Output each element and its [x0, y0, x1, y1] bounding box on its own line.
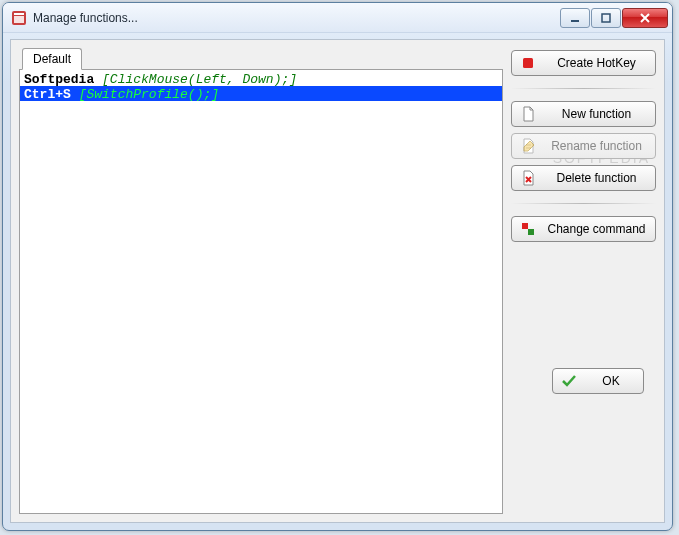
rename-function-button[interactable]: Rename function — [511, 133, 656, 159]
svg-rect-3 — [571, 20, 579, 22]
client-area: SOFTPEDIA Default Softpedia [ClickMouse(… — [10, 39, 665, 523]
stop-record-icon — [520, 55, 536, 71]
right-pane: Create HotKey New function — [511, 48, 656, 514]
window-buttons — [559, 8, 668, 28]
maximize-button[interactable] — [591, 8, 621, 28]
button-label: OK — [587, 374, 635, 388]
function-command: [SwitchProfile();] — [79, 87, 219, 102]
window-title: Manage functions... — [33, 11, 559, 25]
ok-button[interactable]: OK — [552, 368, 644, 394]
function-name: Ctrl+S — [24, 87, 71, 102]
change-command-icon — [520, 221, 536, 237]
button-label: Delete function — [546, 171, 647, 185]
separator-1 — [511, 88, 656, 89]
svg-rect-5 — [523, 58, 533, 68]
create-hotkey-button[interactable]: Create HotKey — [511, 50, 656, 76]
svg-rect-4 — [602, 14, 610, 22]
tab-default[interactable]: Default — [22, 48, 82, 70]
separator-2 — [511, 203, 656, 204]
minimize-button[interactable] — [560, 8, 590, 28]
svg-rect-2 — [14, 16, 24, 23]
close-button[interactable] — [622, 8, 668, 28]
new-file-icon — [520, 106, 536, 122]
rename-icon — [520, 138, 536, 154]
function-command: [ClickMouse(Left, Down);] — [102, 72, 297, 87]
button-label: Create HotKey — [546, 56, 647, 70]
delete-function-button[interactable]: Delete function — [511, 165, 656, 191]
button-label: New function — [546, 107, 647, 121]
change-command-button[interactable]: Change command — [511, 216, 656, 242]
function-list[interactable]: Softpedia [ClickMouse(Left, Down);]Ctrl+… — [19, 69, 503, 514]
button-label: Change command — [546, 222, 647, 236]
new-function-button[interactable]: New function — [511, 101, 656, 127]
button-label: Rename function — [546, 139, 647, 153]
function-row[interactable]: Softpedia [ClickMouse(Left, Down);] — [20, 71, 502, 86]
svg-rect-1 — [14, 13, 24, 15]
tab-label: Default — [33, 52, 71, 66]
svg-rect-7 — [528, 229, 534, 235]
checkmark-icon — [561, 373, 577, 389]
left-pane: Default Softpedia [ClickMouse(Left, Down… — [19, 48, 503, 514]
delete-icon — [520, 170, 536, 186]
function-name: Softpedia — [24, 72, 94, 87]
application-icon — [11, 10, 27, 26]
window-frame: Manage functions... SOFTPEDIA Default — [2, 2, 673, 531]
svg-rect-6 — [522, 223, 528, 229]
tab-strip: Default — [19, 48, 503, 70]
function-row[interactable]: Ctrl+S [SwitchProfile();] — [20, 86, 502, 101]
titlebar[interactable]: Manage functions... — [3, 3, 672, 33]
